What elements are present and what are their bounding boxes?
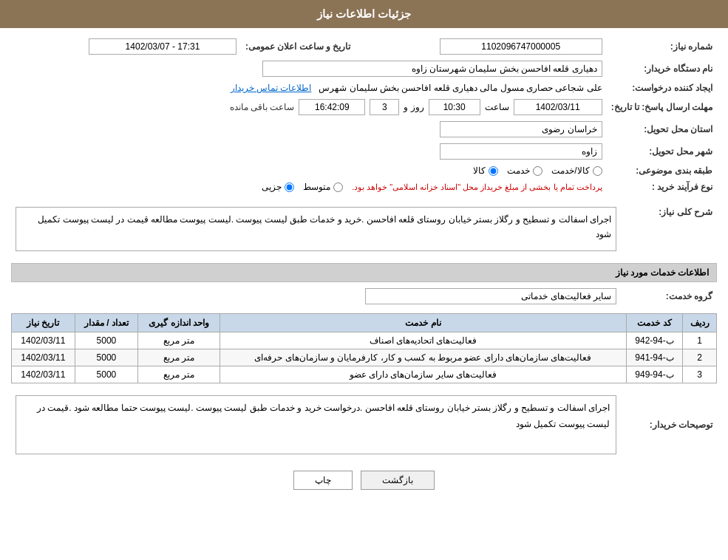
tavsiyeh-table: توصیحات خریدار: اجرای اسفالت و تسطیح و ر…	[11, 389, 717, 460]
radio-kala-input[interactable]	[489, 166, 498, 176]
row-farayand: نوع فرآیند خرید : پرداخت تمام یا بخشی از…	[11, 179, 717, 195]
radio-khadamat[interactable]: خدمت	[507, 165, 542, 176]
radio-kala[interactable]: کالا	[473, 165, 498, 176]
print-button[interactable]: چاپ	[293, 471, 353, 490]
cell-kod-2: ب-94-941	[626, 349, 683, 366]
col-name: نام خدمت	[220, 314, 627, 332]
cell-vahed-3: متر مربع	[138, 366, 220, 383]
cell-radif-1: 1	[683, 332, 717, 349]
tavsiyeh-row: توصیحات خریدار: اجرای اسفالت و تسطیح و ر…	[11, 389, 717, 460]
services-header-row: ردیف کد خدمت نام خدمت واحد اندازه گیری ت…	[12, 314, 717, 332]
page-title: جزئیات اطلاعات نیاز	[317, 7, 411, 20]
row-tabaqe: طبقه بندی موضوعی: کالا/خدمت خدمت	[11, 163, 717, 179]
ostan-value: خراسان رضوی	[11, 118, 607, 140]
grooh-input: سایر فعالیت‌های خدماتی	[365, 288, 616, 304]
radio-khadamat-label: خدمت	[507, 165, 530, 176]
tavsiyeh-text: اجرای اسفالت و تسطیح و رگلاز بستر خیابان…	[37, 403, 610, 429]
shahr-value: زاوه	[11, 140, 607, 163]
radio-kala-khadamat[interactable]: کالا/خدمت	[551, 165, 602, 176]
baqi-label: ساعت باقی مانده	[230, 102, 295, 112]
row-shahr: شهر محل تحویل: زاوه	[11, 140, 717, 163]
sharh-table: شرح کلی نیاز: اجرای اسفالت و تسطیح و رگل…	[11, 201, 717, 257]
cell-name-1: فعالیت‌های اتحادیه‌های اصناف	[220, 332, 627, 349]
sharh-box: اجرای اسفالت و تسطیح و رگلاز بستر خیابان…	[16, 207, 616, 251]
services-thead: ردیف کد خدمت نام خدمت واحد اندازه گیری ت…	[12, 314, 717, 332]
rooz-input: 3	[370, 99, 399, 115]
saat-label: ساعت	[485, 102, 509, 112]
cell-tedad-1: 5000	[75, 332, 138, 349]
tarikh-elan-input: 1402/03/07 - 17:31	[89, 38, 237, 55]
cell-radif-2: 2	[683, 349, 717, 366]
row-mohlat: مهلت ارسال پاسخ: تا تاریخ: 1402/03/11 سا…	[11, 96, 717, 118]
sharh-row: شرح کلی نیاز: اجرای اسفالت و تسطیح و رگل…	[11, 201, 717, 257]
tarikh-elan-label: تاریخ و ساعت اعلان عمومی:	[241, 35, 355, 58]
mohlat-row: 1402/03/11 ساعت 10:30 روز و 3 16:42:09 س…	[16, 99, 602, 115]
col-radif: ردیف	[683, 314, 717, 332]
farayand-radio-group: پرداخت تمام یا بخشی از مبلغ خریداز محل "…	[16, 182, 602, 192]
radio-motovaset-input[interactable]	[333, 182, 343, 192]
tavsiyeh-box: اجرای اسفالت و تسطیح و رگلاز بستر خیابان…	[16, 395, 616, 454]
cell-vahed-2: متر مربع	[138, 349, 220, 366]
cell-vahed-1: متر مربع	[138, 332, 220, 349]
tarikh-elan-value: 1402/03/07 - 17:31	[11, 35, 241, 58]
col-tedad: تعداد / مقدار	[75, 314, 138, 332]
mohlat-label: مهلت ارسال پاسخ: تا تاریخ:	[607, 96, 717, 118]
grooh-label: گروه خدمت:	[621, 285, 717, 307]
farayand-label: نوع فرآیند خرید :	[607, 179, 717, 195]
radio-kala-label: کالا	[473, 165, 486, 176]
radio-jozyi-input[interactable]	[285, 182, 294, 192]
table-row: 2 ب-94-941 فعالیت‌های سازمان‌های دارای ع…	[12, 349, 717, 366]
cell-radif-3: 3	[683, 366, 717, 383]
grooh-row: گروه خدمت: سایر فعالیت‌های خدماتی	[11, 285, 717, 307]
shahr-input: زاوه	[440, 143, 602, 160]
farayand-note: پرداخت تمام یا بخشی از مبلغ خریداز محل "…	[352, 182, 602, 192]
cell-tedad-3: 5000	[75, 366, 138, 383]
back-button[interactable]: بازگشت	[361, 471, 435, 490]
radio-motovaset-label: متوسط	[303, 182, 330, 192]
sharh-value: اجرای اسفالت و تسطیح و رگلاز بستر خیابان…	[11, 201, 621, 257]
table-row: 1 ب-94-942 فعالیت‌های اتحادیه‌های اصناف …	[12, 332, 717, 349]
ijad-label: ایجاد کننده درخواست:	[607, 80, 717, 96]
ijad-text: علی شجاعی حصاری مسول مالی دهیاری قلعه اف…	[319, 83, 602, 93]
tarikh-mohlat: 1402/03/11	[514, 99, 602, 115]
tabaqe-radio-group: کالا/خدمت خدمت کالا	[16, 165, 602, 176]
cell-kod-3: ب-94-949	[626, 366, 683, 383]
baqi-input: 16:42:09	[299, 99, 365, 115]
namdastgah-value: دهیاری قلعه افاحسن بخش سلیمان شهرستان زا…	[11, 58, 607, 80]
row-namdastgah: نام دستگاه خریدار: دهیاری قلعه افاحسن بخ…	[11, 58, 717, 80]
cell-name-3: فعالیت‌های سایر سازمان‌های دارای عضو	[220, 366, 627, 383]
grooh-table: گروه خدمت: سایر فعالیت‌های خدماتی	[11, 285, 717, 307]
radio-motovaset[interactable]: متوسط	[303, 182, 343, 192]
col-tarikh: تاریخ نیاز	[12, 314, 75, 332]
shomare-value: 1102096747000005	[355, 35, 606, 58]
rooz-label: روز و	[404, 102, 423, 112]
row-ijad: ایجاد کننده درخواست: علی شجاعی حصاری مسو…	[11, 80, 717, 96]
shomare-label: شماره نیاز:	[607, 35, 717, 58]
khadamat-section-header: اطلاعات خدمات مورد نیاز	[11, 263, 717, 282]
ostan-input: خراسان رضوی	[440, 121, 602, 137]
cell-tarikh-1: 1402/03/11	[12, 332, 75, 349]
cell-name-2: فعالیت‌های سازمان‌های دارای عضو مربوط به…	[220, 349, 627, 366]
radio-jozyi[interactable]: جزیی	[262, 182, 294, 192]
col-vahed: واحد اندازه گیری	[138, 314, 220, 332]
cell-tedad-2: 5000	[75, 349, 138, 366]
col-kod: کد خدمت	[626, 314, 683, 332]
shahr-label: شهر محل تحویل:	[607, 140, 717, 163]
sharh-label: شرح کلی نیاز:	[621, 201, 717, 257]
ostan-label: استان محل تحویل:	[607, 118, 717, 140]
radio-kala-khadamat-input[interactable]	[593, 166, 602, 176]
ijad-link[interactable]: اطلاعات تماس خریدار	[231, 83, 312, 93]
buttons-row: بازگشت چاپ	[11, 471, 717, 490]
cell-tarikh-3: 1402/03/11	[12, 366, 75, 383]
services-table: ردیف کد خدمت نام خدمت واحد اندازه گیری ت…	[11, 313, 717, 383]
mohlat-value: 1402/03/11 ساعت 10:30 روز و 3 16:42:09 س…	[11, 96, 607, 118]
ijad-value: علی شجاعی حصاری مسول مالی دهیاری قلعه اف…	[11, 80, 607, 96]
radio-khadamat-input[interactable]	[533, 166, 542, 176]
radio-jozyi-label: جزیی	[262, 182, 282, 192]
tavsiyeh-label: توصیحات خریدار:	[621, 389, 717, 460]
page-container: جزئیات اطلاعات نیاز شماره نیاز: 11020967…	[0, 0, 728, 560]
main-content: شماره نیاز: 1102096747000005 تاریخ و ساع…	[0, 28, 728, 505]
cell-tarikh-2: 1402/03/11	[12, 349, 75, 366]
grooh-value: سایر فعالیت‌های خدماتی	[11, 285, 621, 307]
services-tbody: 1 ب-94-942 فعالیت‌های اتحادیه‌های اصناف …	[12, 332, 717, 383]
